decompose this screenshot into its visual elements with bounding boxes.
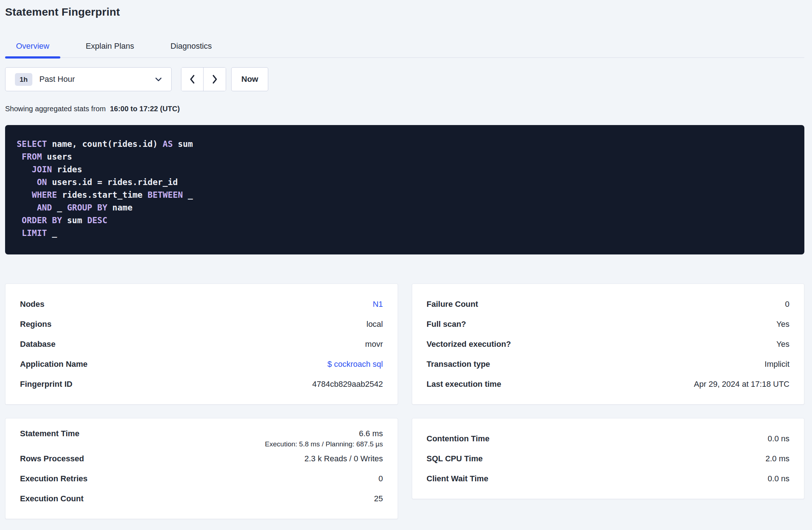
card-row-last-execution-time: Last execution timeApr 29, 2024 at 17:18… (427, 374, 790, 394)
sql-line: FROM users (17, 150, 793, 163)
row-label: Fingerprint ID (20, 380, 72, 389)
row-label: Nodes (20, 300, 44, 309)
card-row-sql-cpu-time: SQL CPU Time2.0 ms (427, 449, 790, 469)
row-value: 0.0 ns (768, 434, 789, 443)
card-row-vectorized-execution: Vectorized execution?Yes (427, 334, 790, 354)
card-row-nodes: NodesN1 (20, 294, 383, 314)
row-value: movr (365, 340, 383, 349)
row-label: Rows Processed (20, 454, 84, 463)
status-prefix: Showing aggregated stats from (5, 105, 106, 113)
row-value: 0 (378, 474, 383, 483)
row-value: Yes (776, 340, 789, 349)
card-row-regions: Regionslocal (20, 314, 383, 334)
next-time-range-button[interactable] (204, 68, 226, 91)
sql-line: ORDER BY sum DESC (17, 214, 793, 227)
row-value: Apr 29, 2024 at 17:18 UTC (694, 380, 789, 389)
statement-fingerprint-page: Statement Fingerprint Overview Explain P… (0, 0, 812, 519)
card-statement-times: Statement Time6.6 msExecution: 5.8 ms / … (5, 418, 398, 519)
status-time-range: 16:00 to 17:22 (UTC) (110, 105, 180, 113)
row-value: 2.3 k Reads / 0 Writes (304, 454, 383, 463)
row-label: Vectorized execution? (427, 340, 511, 349)
sql-statement: SELECT name, count(rides.id) AS sum FROM… (5, 125, 804, 254)
sql-line: SELECT name, count(rides.id) AS sum (17, 138, 793, 150)
summary-cards: NodesN1RegionslocalDatabasemovrApplicati… (5, 284, 804, 519)
row-subvalue: Execution: 5.8 ms / Planning: 687.5 µs (20, 440, 383, 448)
time-controls: 1h Past Hour Now (5, 67, 804, 91)
row-value: Implicit (765, 360, 789, 369)
row-label: Full scan? (427, 320, 466, 329)
row-value: 6.6 ms (359, 429, 383, 438)
card-row-full-scan: Full scan?Yes (427, 314, 790, 334)
card-overview-left: NodesN1RegionslocalDatabasemovrApplicati… (5, 284, 398, 405)
row-value: local (366, 320, 383, 329)
card-wait-times: Contention Time0.0 nsSQL CPU Time2.0 msC… (412, 418, 805, 499)
page-title: Statement Fingerprint (5, 5, 804, 19)
tab-overview[interactable]: Overview (5, 41, 60, 57)
card-row-rows-processed: Rows Processed2.3 k Reads / 0 Writes (20, 449, 383, 469)
row-label: Transaction type (427, 360, 490, 369)
row-label: Regions (20, 320, 52, 329)
card-row-statement-time: Statement Time6.6 msExecution: 5.8 ms / … (20, 429, 383, 449)
row-label: Client Wait Time (427, 474, 489, 483)
card-row-application-name: Application Name$ cockroach sql (20, 354, 383, 374)
row-label: Last execution time (427, 380, 501, 389)
card-row-contention-time: Contention Time0.0 ns (427, 429, 790, 449)
row-value-link[interactable]: $ cockroach sql (327, 360, 383, 369)
card-row-execution-count: Execution Count25 (20, 489, 383, 509)
time-arrow-group (181, 67, 226, 91)
row-value-link[interactable]: N1 (373, 300, 383, 309)
row-label: Application Name (20, 360, 88, 369)
sql-line: LIMIT _ (17, 227, 793, 240)
card-row-transaction-type: Transaction typeImplicit (427, 354, 790, 374)
sql-line: ON users.id = rides.rider_id (17, 176, 793, 189)
row-value: Yes (776, 320, 789, 329)
row-value: 2.0 ms (765, 454, 789, 463)
card-overview-right: Failure Count0Full scan?YesVectorized ex… (412, 284, 805, 405)
card-row-client-wait-time: Client Wait Time0.0 ns (427, 469, 790, 489)
sql-line: JOIN rides (17, 163, 793, 176)
row-label: Execution Count (20, 494, 84, 503)
tab-diagnostics[interactable]: Diagnostics (160, 41, 223, 57)
tab-label: Overview (16, 41, 49, 51)
card-row-failure-count: Failure Count0 (427, 294, 790, 314)
now-button[interactable]: Now (231, 67, 268, 91)
tab-bar: Overview Explain Plans Diagnostics (5, 41, 804, 58)
time-range-badge: 1h (15, 73, 32, 86)
tab-explain-plans[interactable]: Explain Plans (75, 41, 145, 57)
row-label: SQL CPU Time (427, 454, 483, 463)
chevron-down-icon (155, 77, 162, 81)
row-label: Contention Time (427, 434, 490, 443)
chevron-right-icon (212, 75, 218, 84)
row-value: 0.0 ns (768, 474, 789, 483)
row-label: Execution Retries (20, 474, 88, 483)
aggregation-status: Showing aggregated stats from 16:00 to 1… (5, 104, 804, 113)
tab-label: Diagnostics (170, 41, 212, 51)
row-value: 25 (374, 494, 383, 503)
row-label: Failure Count (427, 300, 478, 309)
chevron-left-icon (189, 75, 195, 84)
tab-label: Explain Plans (86, 41, 134, 51)
time-range-selector[interactable]: 1h Past Hour (5, 67, 172, 91)
prev-time-range-button[interactable] (181, 68, 204, 91)
row-label: Database (20, 340, 56, 349)
sql-line: AND _ GROUP BY name (17, 201, 793, 214)
row-label: Statement Time (20, 429, 79, 438)
card-row-fingerprint-id: Fingerprint ID4784cb829aab2542 (20, 374, 383, 394)
row-value: 4784cb829aab2542 (312, 380, 383, 389)
card-row-database: Databasemovr (20, 334, 383, 354)
card-row-execution-retries: Execution Retries0 (20, 469, 383, 489)
sql-line: WHERE rides.start_time BETWEEN _ (17, 189, 793, 201)
row-value: 0 (785, 300, 789, 309)
time-range-label: Past Hour (39, 75, 155, 84)
